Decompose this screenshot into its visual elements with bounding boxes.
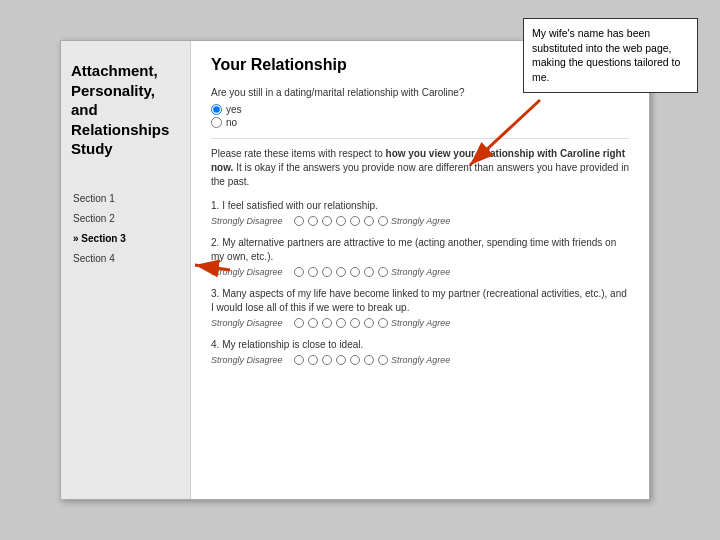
q3-radio-3[interactable] [322,318,332,328]
sidebar-item-section2[interactable]: Section 2 [71,209,180,229]
q2-radio-7[interactable] [378,267,388,277]
q1-radio-4[interactable] [336,216,346,226]
main-content: Your Relationship Are you still in a dat… [191,41,649,499]
question-3-text: 3. Many aspects of my life have become l… [211,287,629,315]
q4-radio-7[interactable] [378,355,388,365]
q4-radio-2[interactable] [308,355,318,365]
q3-radio-6[interactable] [364,318,374,328]
q2-radios [294,267,388,277]
sidebar-item-section3[interactable]: Section 3 [71,229,180,249]
q1-radio-6[interactable] [364,216,374,226]
q4-radio-6[interactable] [364,355,374,365]
q3-radios [294,318,388,328]
q3-radio-2[interactable] [308,318,318,328]
no-radio-group: no [211,117,629,128]
yes-no-group: yes no [211,104,629,128]
q4-radio-5[interactable] [350,355,360,365]
question-2-scale: Strongly Disagree Strongly Agree [211,267,629,277]
instruction-text: Please rate these items with respect to … [211,147,629,189]
q1-radios [294,216,388,226]
question-4-scale: Strongly Disagree Strongly Agree [211,355,629,365]
q1-scale-left: Strongly Disagree [211,216,291,226]
q4-num: 4. [211,339,219,350]
q3-radio-5[interactable] [350,318,360,328]
divider-1 [211,138,629,139]
annotation-box: My wife's name has been substituted into… [523,18,698,93]
sidebar-title: Attachment, Personality, and Relationshi… [71,61,180,159]
q2-radio-4[interactable] [336,267,346,277]
q4-radio-3[interactable] [322,355,332,365]
question-4-text: 4. My relationship is close to ideal. [211,338,629,352]
q3-radio-4[interactable] [336,318,346,328]
question-3-scale: Strongly Disagree Strongly Agree [211,318,629,328]
q1-num: 1. [211,200,219,211]
sidebar-item-section4[interactable]: Section 4 [71,249,180,269]
q2-scale-left: Strongly Disagree [211,267,291,277]
sidebar-item-section1[interactable]: Section 1 [71,189,180,209]
question-4-block: 4. My relationship is close to ideal. St… [211,338,629,365]
sidebar-nav: Section 1 Section 2 Section 3 Section 4 [71,189,180,269]
question-2-block: 2. My alternative partners are attractiv… [211,236,629,277]
q3-radio-1[interactable] [294,318,304,328]
yes-label: yes [226,104,242,115]
q4-scale-right: Strongly Agree [391,355,461,365]
q1-text: I feel satisfied with our relationship. [222,200,378,211]
q3-text: Many aspects of my life have become link… [211,288,627,313]
q2-num: 2. [211,237,219,248]
annotation-text: My wife's name has been substituted into… [532,27,680,83]
question-2-text: 2. My alternative partners are attractiv… [211,236,629,264]
q1-scale-right: Strongly Agree [391,216,461,226]
question-1-scale: Strongly Disagree Strongly Agree [211,216,629,226]
q4-text: My relationship is close to ideal. [222,339,363,350]
q4-radios [294,355,388,365]
question-3-block: 3. Many aspects of my life have become l… [211,287,629,328]
q2-text: My alternative partners are attractive t… [211,237,616,262]
no-radio[interactable] [211,117,222,128]
q3-scale-left: Strongly Disagree [211,318,291,328]
browser-window: Attachment, Personality, and Relationshi… [60,40,650,500]
q1-radio-7[interactable] [378,216,388,226]
q4-radio-4[interactable] [336,355,346,365]
question-1-block: 1. I feel satisfied with our relationshi… [211,199,629,226]
q2-radio-6[interactable] [364,267,374,277]
question-1-text: 1. I feel satisfied with our relationshi… [211,199,629,213]
q3-num: 3. [211,288,219,299]
yes-radio-group: yes [211,104,629,115]
q3-scale-right: Strongly Agree [391,318,461,328]
q2-radio-3[interactable] [322,267,332,277]
q4-scale-left: Strongly Disagree [211,355,291,365]
q4-radio-1[interactable] [294,355,304,365]
yes-radio[interactable] [211,104,222,115]
q2-radio-1[interactable] [294,267,304,277]
sidebar: Attachment, Personality, and Relationshi… [61,41,191,499]
q1-radio-3[interactable] [322,216,332,226]
q1-radio-1[interactable] [294,216,304,226]
instruction-block: Please rate these items with respect to … [211,147,629,189]
q3-radio-7[interactable] [378,318,388,328]
q1-radio-5[interactable] [350,216,360,226]
q2-scale-right: Strongly Agree [391,267,461,277]
q1-radio-2[interactable] [308,216,318,226]
no-label: no [226,117,237,128]
q2-radio-5[interactable] [350,267,360,277]
q2-radio-2[interactable] [308,267,318,277]
